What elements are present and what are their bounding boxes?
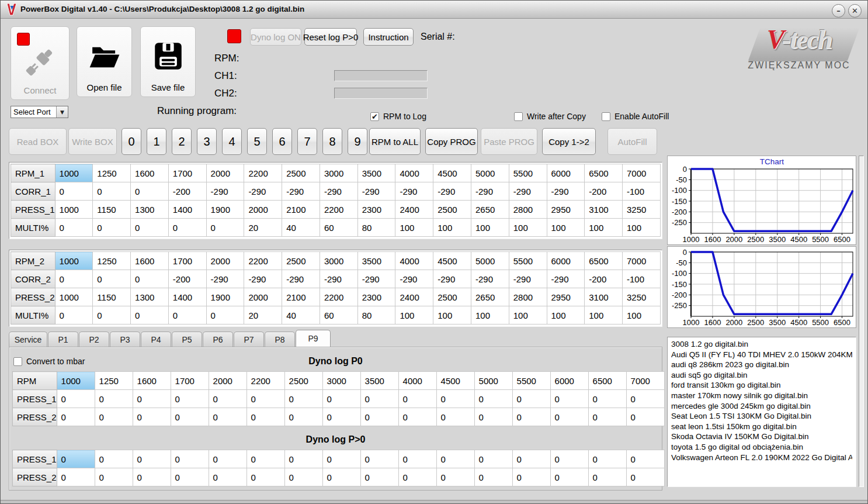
table-cell[interactable]: 0 [512, 408, 550, 426]
table-cell[interactable]: 80 [357, 219, 395, 237]
table-cell[interactable]: 1600 [133, 372, 171, 390]
table-cell[interactable]: 2100 [282, 288, 320, 306]
table-cell[interactable]: -290 [320, 182, 357, 201]
file-list-item[interactable]: Volkswagen Arteon FL 2.0 190KM 2022 Go D… [671, 453, 852, 463]
table-cell[interactable]: 0 [209, 408, 246, 426]
table-cell[interactable]: -290 [357, 182, 395, 201]
table-cell[interactable]: 0 [171, 408, 209, 426]
table-cell[interactable]: 1600 [131, 252, 169, 270]
table-cell[interactable]: 0 [93, 182, 131, 201]
table-cell[interactable]: 4000 [398, 372, 436, 390]
table-cell[interactable]: 6500 [585, 164, 623, 182]
table-cell[interactable]: 2650 [471, 201, 509, 219]
table-cell[interactable]: 0 [436, 408, 474, 426]
paste-prog-button[interactable]: Paste PROG [481, 128, 537, 155]
table-cell[interactable]: 2500 [282, 252, 320, 270]
table-cell[interactable]: -290 [206, 182, 244, 201]
table-cell[interactable]: -290 [509, 182, 547, 201]
table-cell[interactable]: 0 [398, 468, 436, 486]
table-cell[interactable]: 0 [95, 468, 133, 486]
table-cell[interactable]: 3000 [322, 372, 360, 390]
rpm-to-all-button[interactable]: RPM to ALL [369, 128, 421, 155]
save-file-button[interactable]: Save file [140, 26, 196, 97]
table-cell[interactable]: -290 [206, 270, 244, 288]
table-cell[interactable]: 0 [284, 468, 322, 486]
table-cell[interactable]: 20 [244, 219, 282, 237]
file-list-item[interactable]: seat leon 1.5tsi 150km go digital.bin [671, 422, 852, 432]
table-cell[interactable]: 0 [209, 450, 246, 468]
tab-p5[interactable]: P5 [172, 332, 202, 347]
table-cell[interactable]: 2500 [433, 288, 471, 306]
table-cell[interactable]: 2000 [206, 164, 244, 182]
table-cell[interactable]: 0 [626, 408, 664, 426]
table-cell[interactable]: 0 [131, 306, 169, 325]
table-cell[interactable]: -290 [433, 270, 471, 288]
tab-p6[interactable]: P6 [203, 332, 233, 347]
table-cell[interactable]: 0 [512, 468, 550, 486]
table-cell[interactable]: 0 [168, 306, 206, 325]
table-cell[interactable]: 0 [171, 450, 209, 468]
reset-log-button[interactable]: Reset log P>0 [304, 28, 357, 46]
table-cell[interactable]: 0 [246, 408, 284, 426]
digit-button-9[interactable]: 9 [348, 128, 367, 155]
table-cell[interactable]: 2300 [357, 288, 395, 306]
table-cell[interactable]: 0 [512, 450, 550, 468]
table-cell[interactable]: 0 [133, 390, 171, 408]
digit-button-5[interactable]: 5 [247, 128, 267, 155]
table-cell[interactable]: 100 [509, 219, 547, 237]
table-cell[interactable]: -200 [168, 270, 206, 288]
table-cell[interactable]: 0 [626, 390, 664, 408]
table-cell[interactable]: 0 [588, 390, 626, 408]
digit-button-7[interactable]: 7 [297, 128, 317, 155]
table-cell[interactable]: 1900 [206, 201, 244, 219]
table-cell[interactable]: 3250 [623, 201, 661, 219]
copy-prog-button[interactable]: Copy PROG [425, 128, 478, 155]
table-cell[interactable]: 0 [131, 219, 169, 237]
table-cell[interactable]: 1150 [93, 201, 131, 219]
dyno-log-on-button[interactable]: Dyno log ON [250, 28, 301, 46]
table-cell[interactable]: -200 [168, 182, 206, 201]
table-cell[interactable]: 2400 [395, 288, 433, 306]
table-cell[interactable]: -290 [244, 182, 282, 201]
read-box-button[interactable]: Read BOX [9, 128, 67, 155]
table-cell[interactable]: 0 [168, 219, 206, 237]
table-cell[interactable]: 0 [474, 450, 512, 468]
table-cell[interactable]: 80 [357, 306, 395, 325]
table-cell[interactable]: 0 [550, 390, 588, 408]
table-cell[interactable]: 0 [93, 270, 131, 288]
table-cell[interactable]: 0 [550, 408, 588, 426]
digit-button-3[interactable]: 3 [197, 128, 217, 155]
table-cell[interactable]: 6000 [547, 252, 585, 270]
table-cell[interactable]: 5500 [509, 252, 547, 270]
table-cell[interactable]: -200 [585, 270, 623, 288]
table-cell[interactable]: 4000 [395, 252, 433, 270]
file-list-item[interactable]: Audi Q5 II (FY FL) 40 TDI MHEV 2.0 150kW… [671, 350, 852, 360]
table-cell[interactable]: 3000 [320, 252, 357, 270]
table-cell[interactable]: 100 [623, 219, 661, 237]
table-cell[interactable]: 0 [57, 450, 95, 468]
table-cell[interactable]: 100 [509, 306, 547, 325]
table-cell[interactable]: 100 [471, 219, 509, 237]
table-cell[interactable]: 0 [588, 408, 626, 426]
connect-button[interactable]: Connect [11, 26, 70, 100]
table-cell[interactable]: 0 [322, 450, 360, 468]
table-cell[interactable]: -290 [244, 270, 282, 288]
tab-p2[interactable]: P2 [79, 332, 109, 347]
table-cell[interactable]: 5000 [474, 372, 512, 390]
digit-button-4[interactable]: 4 [222, 128, 242, 155]
file-list-item[interactable]: toyota 1.5 go digital od obciążenia.bin [671, 442, 852, 453]
table-cell[interactable]: -100 [623, 270, 661, 288]
file-list-item[interactable]: Seat Leon 1.5 TSI 130KM Go Digital.bin [671, 411, 852, 422]
table-cell[interactable]: 0 [57, 408, 95, 426]
table-cell[interactable]: 1250 [93, 252, 131, 270]
table-cell[interactable]: 3100 [585, 288, 623, 306]
table-cell[interactable]: 0 [588, 468, 626, 486]
tab-p9[interactable]: P9 [296, 330, 331, 347]
table-cell[interactable]: 100 [547, 219, 585, 237]
file-list-item[interactable]: ford transit 130km go digital.bin [671, 380, 852, 391]
table-cell[interactable]: 0 [133, 450, 171, 468]
table-cell[interactable]: 1000 [55, 201, 93, 219]
table-cell[interactable]: 0 [95, 390, 133, 408]
table-cell[interactable]: 1600 [131, 164, 169, 182]
file-list-item[interactable]: 3008 1.2 go digital.bin [671, 339, 852, 350]
